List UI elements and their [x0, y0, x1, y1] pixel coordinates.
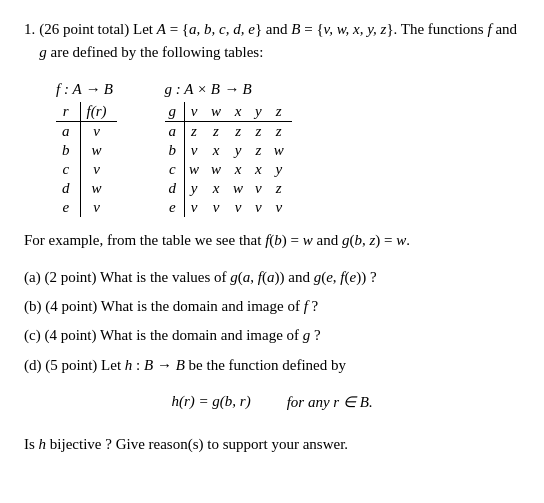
g-cell-ew: v [207, 198, 229, 217]
parts-section: (a) (2 point) What is the values of g(a,… [24, 266, 520, 456]
g-cell-bz: w [270, 141, 292, 160]
part-d-label: (d) (5 point) Let h : B → B be the funct… [24, 357, 346, 373]
f-row-c-value: v [80, 160, 117, 179]
f-row-b-input: b [56, 141, 80, 160]
g-header-g: g [165, 102, 185, 122]
g-cell-e: e [165, 198, 185, 217]
g-cell-c: c [165, 160, 185, 179]
f-header-fr: f(r) [80, 102, 117, 122]
f-header-r: r [56, 102, 80, 122]
problem-container: 1. (26 point total) Let A = {a, b, c, d,… [24, 18, 520, 456]
f-table: r f(r) a v b w c v d w [56, 102, 117, 217]
table-row: a z z z z z [165, 121, 292, 141]
g-header-x: x [229, 102, 251, 122]
g-cell-b: b [165, 141, 185, 160]
g-cell-dz: z [270, 179, 292, 198]
g-cell-cw: w [207, 160, 229, 179]
g-cell-dx: w [229, 179, 251, 198]
table-row: r f(r) [56, 102, 117, 122]
g-cell-cv: w [185, 160, 208, 179]
table-row: c w w x x y [165, 160, 292, 179]
g-cell-ay: z [251, 121, 270, 141]
g-cell-cy: x [251, 160, 270, 179]
f-row-d-value: w [80, 179, 117, 198]
g-header-y: y [251, 102, 270, 122]
g-cell-ex: v [229, 198, 251, 217]
part-b-label: (b) (4 point) What is the domain and ima… [24, 298, 318, 314]
g-table: g v w x y z a z z z z z b v [165, 102, 292, 217]
g-cell-av: z [185, 121, 208, 141]
g-cell-bx: y [229, 141, 251, 160]
problem-statement: (26 point total) Let A = {a, b, c, d, e}… [39, 18, 520, 65]
g-cell-dy: v [251, 179, 270, 198]
bijective-question: Is h bijective ? Give reason(s) to suppo… [24, 433, 520, 456]
part-d: (d) (5 point) Let h : B → B be the funct… [24, 354, 520, 377]
f-row-d-input: d [56, 179, 80, 198]
problem-number: 1. [24, 18, 35, 41]
g-cell-bw: x [207, 141, 229, 160]
example-text: For example, from the table we see that … [24, 229, 520, 252]
g-cell-cx: x [229, 160, 251, 179]
table-row: d y x w v z [165, 179, 292, 198]
problem-header: 1. (26 point total) Let A = {a, b, c, d,… [24, 18, 520, 65]
table-row: e v [56, 198, 117, 217]
h-definition: h(r) = g(b, r) for any r ∈ B. [24, 393, 520, 411]
part-b: (b) (4 point) What is the domain and ima… [24, 295, 520, 318]
table-row: b w [56, 141, 117, 160]
f-row-c-input: c [56, 160, 80, 179]
g-cell-ev: v [185, 198, 208, 217]
f-row-a-input: a [56, 121, 80, 141]
g-cell-az: z [270, 121, 292, 141]
part-c: (c) (4 point) What is the domain and ima… [24, 324, 520, 347]
f-row-a-value: v [80, 121, 117, 141]
g-cell-ax: z [229, 121, 251, 141]
g-cell-dv: y [185, 179, 208, 198]
f-row-b-value: w [80, 141, 117, 160]
table-row: d w [56, 179, 117, 198]
g-table-title: g : A × B → B [165, 81, 252, 98]
tables-section: f : A → B r f(r) a v b w c v [56, 81, 520, 217]
f-row-e-value: v [80, 198, 117, 217]
g-header-w: w [207, 102, 229, 122]
table-row: c v [56, 160, 117, 179]
table-row: b v x y z w [165, 141, 292, 160]
f-table-block: f : A → B r f(r) a v b w c v [56, 81, 117, 217]
g-cell-a: a [165, 121, 185, 141]
table-row: e v v v v v [165, 198, 292, 217]
table-row: g v w x y z [165, 102, 292, 122]
f-table-title: f : A → B [56, 81, 113, 98]
g-cell-aw: z [207, 121, 229, 141]
g-header-v: v [185, 102, 208, 122]
part-c-label: (c) (4 point) What is the domain and ima… [24, 327, 321, 343]
g-cell-ey: v [251, 198, 270, 217]
g-cell-bv: v [185, 141, 208, 160]
g-cell-cz: y [270, 160, 292, 179]
f-row-e-input: e [56, 198, 80, 217]
part-a: (a) (2 point) What is the values of g(a,… [24, 266, 520, 289]
g-cell-by: z [251, 141, 270, 160]
h-quantifier: for any r ∈ B. [287, 393, 373, 411]
g-table-block: g : A × B → B g v w x y z a z z z z z [165, 81, 292, 217]
part-a-label: (a) (2 point) What is the values of g(a,… [24, 269, 377, 285]
g-cell-d: d [165, 179, 185, 198]
g-cell-dw: x [207, 179, 229, 198]
h-equation: h(r) = g(b, r) [171, 393, 250, 410]
table-row: a v [56, 121, 117, 141]
g-cell-ez: v [270, 198, 292, 217]
g-header-z: z [270, 102, 292, 122]
